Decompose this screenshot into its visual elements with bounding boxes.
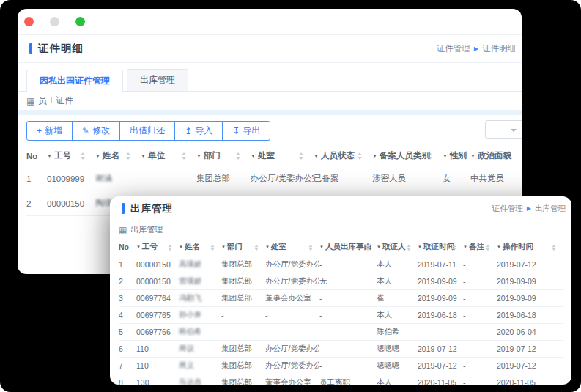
filter-funnel-icon[interactable]: ▼ [251, 153, 256, 158]
toolbar-button-group: + 新增 ✎ 修改 出借归还 ↥ 导入 ↧ 导出 [26, 121, 270, 141]
close-button[interactable] [24, 17, 34, 26]
sort-icon[interactable] [452, 245, 456, 251]
tab-private-overseas-certificates[interactable]: 因私出国证件管理 [26, 70, 123, 92]
outbound-table-wrap: No▼工号▼姓名▼部门▼处室▼人员出库事由▼取证人▼取证时间▼备注▼操作时间 1… [110, 238, 571, 385]
column-header[interactable]: ▼操作时间 [497, 238, 563, 256]
table-cell: 2019-07-12 [497, 256, 563, 273]
table-cell: 本人 [377, 273, 418, 290]
filter-funnel-icon[interactable]: ▼ [470, 153, 475, 158]
lend-return-button[interactable]: 出借归还 [119, 121, 175, 141]
column-header[interactable]: ▼备案人员类别 [372, 146, 443, 166]
sort-icon[interactable] [552, 245, 555, 251]
column-header[interactable]: ▼处室 [251, 146, 314, 166]
breadcrumb-parent[interactable]: 证件管理 [437, 43, 470, 54]
table-cell: - [463, 256, 497, 273]
filter-funnel-icon[interactable]: ▼ [141, 153, 146, 158]
column-header[interactable]: ▼取证时间 [418, 238, 463, 256]
table-cell: 集团总部 [221, 273, 265, 290]
filter-funnel-icon[interactable]: ▼ [314, 153, 319, 158]
sort-icon[interactable] [366, 245, 369, 251]
desktop-background: 证件明细 证件管理 ▶ 证件明细 因私出国证件管理 出库管理 ▦ 员工证件 + … [0, 0, 581, 392]
table-icon: ▦ [119, 226, 127, 234]
add-button[interactable]: + 新增 [26, 121, 73, 141]
table-cell: - [319, 290, 377, 307]
table-cell: - [265, 307, 319, 324]
import-button[interactable]: ↥ 导入 [174, 121, 223, 141]
window-titlebar [18, 9, 522, 35]
page-header: 证件明细 证件管理 ▶ 证件明细 [18, 35, 522, 63]
filter-funnel-icon[interactable]: ▼ [497, 245, 501, 249]
column-header[interactable]: ▼单位 [141, 146, 196, 166]
table-cell: 2019-07-11 [418, 256, 463, 273]
table-row[interactable]: 8130马达昌集团总部董事会办公室员工离职本人2020-11-05-2020-1… [119, 374, 563, 385]
sort-icon[interactable] [182, 152, 186, 160]
filter-select[interactable] [485, 120, 522, 139]
filter-funnel-icon[interactable]: ▼ [95, 153, 100, 158]
sort-icon[interactable] [308, 245, 312, 251]
table-row[interactable]: 500697766韩伯希---陈伯希--2020-06-04 [119, 324, 563, 341]
table-row[interactable]: 100000150高瑛娇集团总部办公厅/党委办公室-本人2019-07-11-2… [119, 256, 563, 273]
tab-outbound-management[interactable]: 出库管理 [127, 69, 188, 91]
filter-funnel-icon[interactable]: ▼ [319, 245, 324, 249]
filter-funnel-icon[interactable]: ▼ [196, 153, 201, 158]
column-header: No [119, 238, 136, 256]
sort-icon[interactable] [168, 245, 171, 251]
panel-outbound-management: 出库管理 证件管理 ▶ 出库管理 ▦ 出库管理 No▼工号▼姓名▼部门▼处室▼人… [110, 196, 571, 385]
column-header[interactable]: ▼人员状态 [314, 146, 372, 166]
sort-icon[interactable] [210, 245, 214, 251]
sort-icon[interactable] [254, 245, 258, 251]
column-header[interactable]: ▼部门 [196, 146, 251, 166]
column-header[interactable]: ▼取证人 [377, 238, 418, 256]
filter-funnel-icon[interactable]: ▼ [377, 245, 381, 249]
column-header[interactable]: ▼人员出库事由 [319, 238, 377, 256]
column-header[interactable]: ▼工号 [136, 238, 179, 256]
sort-icon[interactable] [358, 152, 362, 160]
column-label: 处室 [258, 151, 275, 160]
sort-icon[interactable] [236, 152, 240, 160]
column-header[interactable]: ▼姓名 [179, 238, 221, 256]
filter-funnel-icon[interactable]: ▼ [418, 245, 422, 249]
column-header[interactable]: ▼处室 [265, 238, 319, 256]
table-row[interactable]: 7110周义集团总部办公厅/党委办公室-嗯嗯嗯2019-07-12-2019-0… [119, 358, 563, 374]
sort-icon[interactable] [299, 152, 303, 160]
sort-icon[interactable] [486, 245, 489, 251]
column-label: 性别 [450, 151, 467, 160]
filter-funnel-icon[interactable]: ▼ [443, 153, 448, 158]
filter-funnel-icon[interactable]: ▼ [136, 245, 141, 249]
sort-icon[interactable] [407, 245, 410, 251]
filter-funnel-icon[interactable]: ▼ [179, 245, 183, 249]
table-cell: 陈伯希 [377, 324, 418, 341]
column-header[interactable]: ▼姓名 [95, 146, 141, 166]
table-cell: 2019-06-18 [497, 307, 563, 324]
column-header[interactable]: ▼备注 [463, 238, 497, 256]
table-row[interactable]: 101009999谢涵-集团总部办公厅/党委办公室已备案涉密人员女中共党员 [26, 166, 513, 191]
export-button[interactable]: ↧ 导出 [222, 121, 270, 141]
table-cell: 1 [119, 256, 136, 273]
table-cell: 周议 [179, 341, 221, 358]
zoom-button[interactable] [75, 17, 85, 26]
breadcrumb-current: 出库管理 [535, 204, 566, 214]
filter-funnel-icon[interactable]: ▼ [47, 153, 52, 158]
table-cell: - [265, 324, 319, 341]
table-row[interactable]: 6110周议集团总部办公厅/党委办公室-嗯嗯嗯2019-07-12-2019-0… [119, 341, 563, 358]
table-cell: 2019-09-09 [497, 273, 563, 290]
filter-funnel-icon[interactable]: ▼ [372, 153, 377, 158]
sort-icon[interactable] [81, 152, 85, 160]
table-row[interactable]: 400697765孙小奔---本人2019-06-18-2019-06-18 [119, 307, 563, 324]
breadcrumb-parent[interactable]: 证件管理 [492, 204, 523, 214]
column-header[interactable]: ▼工号 [47, 146, 95, 166]
column-header[interactable]: ▼性别 [443, 146, 470, 166]
filter-funnel-icon[interactable]: ▼ [221, 245, 226, 249]
breadcrumb: 证件管理 ▶ 证件明细 [437, 43, 516, 54]
table-cell: 2019-06-18 [418, 307, 463, 324]
table-cell: 办公厅/党委办公室 [265, 273, 319, 290]
table-row[interactable]: 200000150雷瑛娇集团总部办公厅/党委办公室无本人2019-09-09-2… [119, 273, 563, 290]
filter-funnel-icon[interactable]: ▼ [463, 245, 467, 249]
column-header[interactable]: ▼部门 [221, 238, 265, 256]
minimize-button[interactable] [50, 17, 59, 26]
column-header[interactable]: ▼政治面貌 [470, 146, 513, 166]
edit-button[interactable]: ✎ 修改 [72, 121, 120, 141]
table-row[interactable]: 300697764冯勘飞集团总部董事会办公室-崔2019-09-09-2019-… [119, 290, 563, 307]
filter-funnel-icon[interactable]: ▼ [265, 245, 270, 249]
sort-icon[interactable] [126, 152, 130, 160]
